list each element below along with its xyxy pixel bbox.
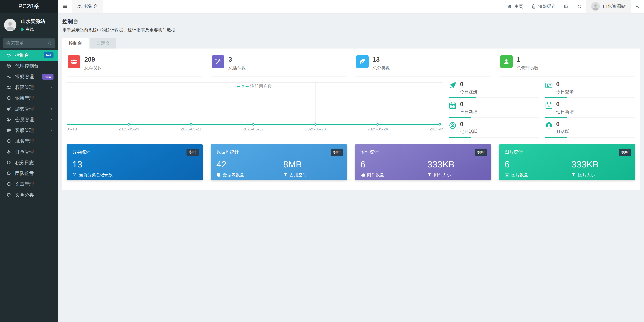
filter-icon (283, 172, 288, 177)
chart-tick-label: 2025-05-23 (305, 127, 326, 131)
topbar-tab-label: 控制台 (84, 3, 98, 10)
fullscreen-button[interactable] (573, 0, 586, 13)
page-title: 控制台 (62, 18, 640, 25)
legend-marker-icon (242, 85, 244, 88)
realtime-badge: 实时 (331, 149, 343, 156)
tab-custom[interactable]: 自定义 (90, 38, 116, 49)
sidebar-username: 山水资源站 (21, 18, 45, 25)
quick-stat-label: 今日注册 (460, 89, 478, 95)
sidebar-item-order[interactable]: 订单管理 (0, 147, 58, 157)
progress-bar (545, 137, 636, 138)
brand-logo[interactable]: PC28杀 (0, 0, 58, 13)
sidebar-toggle-icon[interactable] (62, 4, 68, 9)
sidebar-item-article[interactable]: 文章管理 (0, 179, 58, 190)
sidebar-item-label: 订单管理 (15, 149, 34, 155)
topbar-user-menu[interactable]: 山水资源站 (586, 0, 631, 13)
person-icon (4, 19, 16, 31)
chart-gridline (66, 82, 442, 83)
language-icon (564, 4, 569, 9)
sidebar-item-article-category[interactable]: 文章分类 (0, 190, 58, 200)
filter-icon (572, 172, 576, 177)
summary-value: 8MB (283, 159, 342, 169)
sidebar-item-dashboard[interactable]: 控制台hot (0, 50, 58, 61)
language-button[interactable] (560, 0, 573, 13)
gears-icon (635, 4, 640, 9)
user-icon (500, 55, 513, 68)
person-icon (591, 2, 600, 11)
quick-stat-seven-day-new: 0七日新增 (545, 101, 636, 118)
quick-stat-value: 0 (460, 121, 478, 127)
sidebar-item-score-log[interactable]: 积分日志 (0, 157, 58, 168)
sidebar-item-team-profit[interactable]: 团队盈亏 (0, 168, 58, 179)
stat-label: 总插件数 (228, 65, 246, 71)
settings-button[interactable] (631, 0, 644, 13)
chevron-left-icon (50, 129, 54, 132)
sidebar-item-general[interactable]: 常规管理new (0, 71, 58, 82)
user-status-label: 在线 (26, 27, 34, 32)
progress-bar (448, 97, 539, 98)
quick-stat-today-login: 0今日登录 (545, 81, 636, 98)
quick-stat-three-day-new: 0三日新增 (448, 101, 539, 118)
chevron-left-icon (50, 107, 54, 111)
menu-badge-hot: hot (44, 52, 54, 58)
quick-stat-label: 今日登录 (556, 89, 574, 95)
circle-icon (6, 181, 12, 187)
sidebar-item-domain[interactable]: 域名管理 (0, 136, 58, 147)
id-card-icon (545, 81, 553, 90)
sidebar-item-label: 代理控制台 (15, 63, 38, 69)
sidebar-item-agent-dashboard[interactable]: 代理控制台 (0, 61, 58, 71)
chart-gridline (129, 82, 129, 124)
home-link[interactable]: 主页 (503, 0, 527, 13)
sidebar-item-label: 权限管理 (15, 84, 34, 91)
user-status[interactable]: 在线 (21, 27, 45, 32)
bomb-icon (6, 106, 12, 112)
chart-gridline (191, 82, 191, 124)
sidebar-user-panel: 山水资源站 在线 (0, 13, 58, 35)
dashboard-icon (6, 53, 12, 58)
realtime-badge: 实时 (186, 149, 199, 156)
quick-stat-month-active: 0月活跃 (545, 121, 636, 138)
search-icon[interactable] (47, 41, 52, 46)
quick-stat-seven-day-active: 0七日活跃 (448, 121, 539, 138)
stat-label: 总会员数 (84, 65, 102, 71)
comment-icon (6, 128, 12, 133)
summary-label: 占用空间 (290, 172, 307, 178)
chart-gridline (66, 82, 67, 124)
summary-value: 6 (360, 159, 428, 169)
sidebar-item-auth[interactable]: 权限管理 (0, 82, 58, 93)
user-solid-icon (545, 121, 553, 129)
summary-value: 333KB (572, 159, 630, 169)
chart-marker (376, 123, 379, 126)
quick-stat-value: 0 (460, 101, 478, 107)
sidebar-search (3, 39, 55, 48)
circle-icon (6, 96, 12, 101)
tab-dashboard[interactable]: 控制台 (62, 38, 88, 49)
chart-legend[interactable]: 注册用户数 (237, 83, 272, 89)
sidebar-item-service[interactable]: 客服管理 (0, 125, 58, 136)
summary-label: 图片大小 (578, 172, 595, 178)
realtime-badge: 实时 (619, 149, 631, 156)
stat-card-total-admins: 1总管理员数 (499, 54, 635, 76)
summary-card-category-stats: 分类统计实时13当前分类总记录数 (66, 144, 203, 180)
summary-card-database-stats: 数据库统计实时42数据表数量8MB占用空间 (211, 144, 347, 180)
page-header: 控制台 用于展示当前系统中的统计数据、统计报表及重要实时数据 (58, 13, 644, 33)
progress-bar (448, 117, 539, 118)
sidebar-item-carousel[interactable]: 轮播管理 (0, 93, 58, 104)
topbar-tab-dashboard[interactable]: 控制台 (72, 0, 103, 13)
summary-title: 数据库统计 (216, 149, 341, 155)
gears-icon (6, 74, 12, 79)
clear-cache-link[interactable]: 清除缓存 (527, 0, 560, 13)
content-tabs: 控制台自定义 (62, 38, 640, 49)
sidebar-item-game[interactable]: 游戏管理 (0, 104, 58, 114)
chart-marker (439, 123, 441, 126)
quick-stat-value: 0 (460, 81, 478, 88)
sidebar-item-label: 轮播管理 (15, 95, 34, 101)
sidebar-item-label: 积分日志 (15, 159, 34, 166)
wand-icon (72, 172, 77, 177)
sidebar-item-member[interactable]: 会员管理 (0, 114, 58, 125)
chevron-left-icon (50, 86, 54, 89)
dashboard-icon (77, 4, 82, 9)
legend-label: 注册用户数 (250, 83, 272, 89)
calendar-plus-icon (545, 101, 553, 109)
dashboard-panel: 209总会员数3总插件数13总分类数1总管理员数 2025-05-192025-… (62, 49, 640, 190)
